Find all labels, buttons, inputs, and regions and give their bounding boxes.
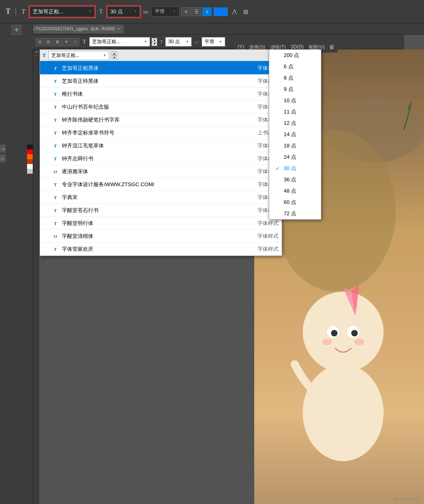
size-list-item[interactable]: 48 点 (269, 185, 321, 197)
font-item-name: 逐浪雅宋体 (62, 168, 243, 175)
font-list-item[interactable]: T字体管家欢庆字体样式 (40, 243, 282, 256)
font-type-icon: T (52, 117, 59, 123)
font-type-icon: T (52, 91, 59, 97)
preset-icon-1[interactable]: ⊡ (36, 38, 44, 46)
ruler-vertical (33, 56, 40, 504)
font-list-item[interactable]: T中山行书百年纪念版字体样式 (40, 101, 282, 113)
svg-point-3 (303, 292, 384, 372)
size-dropdown-panel: 200 点6 点8 点9 点10 点11 点12 点14 点18 点24 点✓3… (269, 49, 321, 220)
font-name-arrow: ▼ (89, 10, 92, 13)
align-center-button[interactable]: ☰ (192, 7, 201, 16)
preset-icon-2[interactable]: ⊟ (44, 38, 53, 46)
font-list-item[interactable]: ✓T芝加哥正粗黑体字体样式 (40, 62, 282, 75)
preset-icon-4[interactable]: ✕ (62, 38, 70, 46)
antialias-dropdown[interactable]: 平滑 ▼ (202, 37, 225, 46)
font-type-icon: T (52, 65, 59, 71)
font-name-dropdown-arrow: ▼ (144, 40, 147, 44)
font-type-icon: T (52, 194, 59, 201)
font-name-dropdown[interactable]: 芝加哥正粗... ▼ (89, 37, 150, 46)
swatch-red[interactable] (27, 149, 33, 154)
align-right-button[interactable]: ≡ (202, 7, 212, 16)
font-size-indicator: T (159, 39, 164, 45)
font-type-icon: T (52, 104, 59, 110)
size-list-item[interactable]: 24 点 (269, 151, 321, 163)
font-type-icon: O (52, 233, 59, 239)
size-list-item[interactable]: 200 点 (269, 50, 321, 61)
font-list-item[interactable]: T钟齐志舜行书字体样式 (40, 152, 282, 165)
menu-window[interactable]: 窗 (329, 44, 334, 51)
size-list-item[interactable]: 11 点 (269, 106, 321, 118)
font-item-style: 字体样式 (246, 220, 278, 227)
font-dropdown-panel: T 芝加哥正粗... ▼ ▲ ▼ ✓T芝加哥正粗黑体字体样式T芝加哥正特黑体字体… (40, 49, 282, 256)
font-dropdown-header: T 芝加哥正粗... ▼ ▲ ▼ (40, 50, 282, 62)
font-item-name: 钟齐李淀标准草书符号 (62, 129, 243, 136)
size-list-item[interactable]: 36 点 (269, 174, 321, 185)
size-list-item[interactable]: 12 点 (269, 118, 321, 129)
font-search-box[interactable]: 芝加哥正粗... ▼ (49, 51, 109, 60)
warp-text-icon[interactable]: ⋀ (230, 7, 239, 17)
top-antialias-dropdown[interactable]: 平滑 ▼ (151, 6, 179, 17)
tab-close-button[interactable]: × (117, 27, 120, 31)
font-size-dropdown[interactable]: 30 点 ▼ (165, 37, 192, 46)
second-toolbar: ⊡ ⊟ ⊞ ✕ □ T 芝加哥正粗... ▼ ▲ ▼ T 30 点 ▼ aa 平… (32, 35, 404, 49)
italic-text-icon: T (19, 7, 28, 17)
swatch-orange[interactable] (27, 154, 33, 159)
swatch-white[interactable] (27, 164, 33, 169)
size-list-item[interactable]: ✓30 点 (269, 163, 321, 174)
size-list-item[interactable]: 9 点 (269, 84, 321, 95)
font-list-item[interactable]: T稚行书体字体样式 (40, 88, 282, 101)
text-tool-icon[interactable]: T (3, 7, 13, 17)
text-color-swatch[interactable] (213, 7, 228, 16)
font-list-item[interactable]: T钟齐流江毛笔草体字体样式 (40, 139, 282, 152)
swatch-gray[interactable] (27, 169, 33, 174)
font-item-name: 芝加哥正特黑体 (62, 78, 243, 85)
size-value: 6 点 (284, 63, 293, 70)
font-list-item[interactable]: T钟齐李淀标准草书符号上书标志 (40, 126, 282, 139)
size-list-item[interactable]: 18 点 (269, 140, 321, 151)
antialias-label: aa (141, 8, 150, 15)
font-type-icon: T (52, 78, 59, 84)
font-checkmark: ✓ (43, 65, 49, 71)
font-list-item[interactable]: T钟齐陈伟勋硬笔行书字库字体样式 (40, 113, 282, 126)
font-item-style: 字体样式 (246, 233, 278, 240)
size-list-item[interactable]: 72 点 (269, 208, 321, 219)
size-list-item[interactable]: 6 点 (269, 61, 321, 72)
character-panel-icon[interactable]: ▤ (241, 7, 251, 17)
font-search-arrow: ▼ (103, 54, 106, 57)
font-size-arrow: ▼ (134, 10, 137, 13)
swatch-dark-red[interactable] (27, 159, 33, 164)
top-font-size-dropdown[interactable]: 30 点 ▼ (108, 6, 140, 17)
top-font-name-dropdown[interactable]: 芝加哥正粗... ▼ (30, 6, 95, 17)
font-list-item[interactable]: O逐浪雅宋体字体样式 (40, 165, 282, 178)
align-left-button[interactable]: ≡ (181, 7, 191, 16)
size-value: 14 点 (284, 131, 296, 138)
font-item-name: 字体管家欢庆 (62, 246, 243, 253)
font-list-item[interactable]: T字醒堂苍石行书字体样式 (40, 204, 282, 217)
size-list-item[interactable]: 14 点 (269, 129, 321, 140)
color-swatches (27, 145, 33, 174)
font-list-item[interactable]: T专业字体设计服务/WWW.ZTSGC.COM/字体样式 (40, 178, 282, 191)
left-panel: ✢ ◁ ▷ (0, 23, 33, 504)
text-tool-indicator: T (81, 39, 88, 45)
font-size-t-icon: T (96, 7, 106, 17)
font-list-item[interactable]: O字醒堂清楷体字体样式 (40, 230, 282, 243)
font-step-up[interactable]: ▲ (152, 38, 157, 42)
swatch-black[interactable] (27, 145, 33, 149)
size-value: 8 点 (284, 74, 293, 82)
panel-collapse-right[interactable]: ▷ (0, 154, 6, 162)
move-tool[interactable]: ✢ (12, 25, 21, 35)
preset-icon-5[interactable]: □ (71, 38, 79, 46)
preset-icon-3[interactable]: ⊞ (53, 38, 61, 46)
font-list-item[interactable]: T字醒堂明行体字体样式 (40, 217, 282, 230)
size-list-item[interactable]: 10 点 (269, 95, 321, 106)
font-search-down[interactable]: ▼ (112, 55, 117, 59)
size-value: 30 点 (284, 165, 296, 172)
font-search-up[interactable]: ▲ (112, 51, 117, 55)
size-list-item[interactable]: 8 点 (269, 72, 321, 84)
font-list-item[interactable]: T字典宋字体样式 (40, 191, 282, 204)
size-list-item[interactable]: 60 点 (269, 197, 321, 208)
panel-collapse-left[interactable]: ◁ (0, 145, 6, 153)
size-value: 36 点 (284, 176, 296, 183)
font-step-down[interactable]: ▼ (152, 42, 157, 46)
font-list-item[interactable]: T芝加哥正特黑体字体样式 (40, 75, 282, 88)
